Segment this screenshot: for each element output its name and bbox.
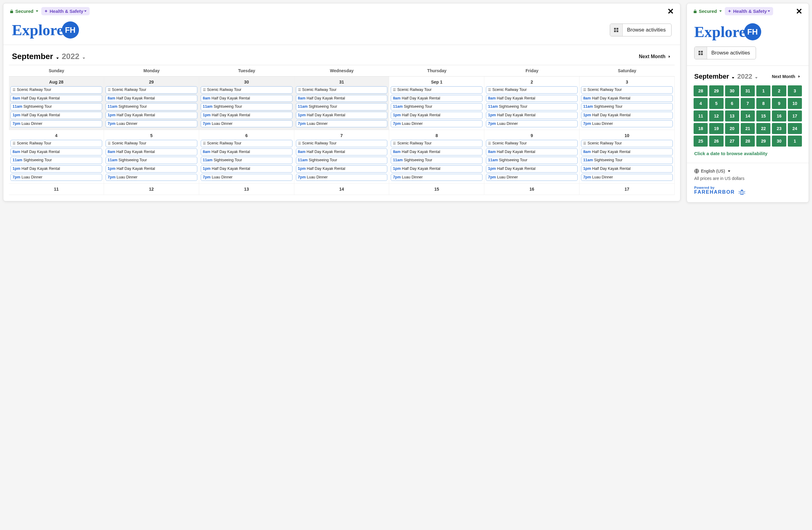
calendar-event[interactable]: 1pm Half Day Kayak Rental bbox=[486, 112, 578, 119]
calendar-event[interactable]: Scenic Railway Tour bbox=[486, 140, 578, 147]
calendar-event[interactable]: 1pm Half Day Kayak Rental bbox=[105, 112, 197, 119]
calendar-cell[interactable]: 2Scenic Railway Tour8am Half Day Kayak R… bbox=[484, 76, 579, 130]
calendar-event[interactable]: 1pm Half Day Kayak Rental bbox=[10, 165, 102, 173]
browse-activities-button[interactable]: Browse activities bbox=[610, 24, 671, 37]
calendar-event[interactable]: Scenic Railway Tour bbox=[391, 86, 482, 94]
mini-date-cell[interactable]: 16 bbox=[772, 111, 786, 121]
calendar-event[interactable]: Scenic Railway Tour bbox=[10, 140, 102, 147]
mini-date-cell[interactable]: 21 bbox=[741, 123, 755, 134]
calendar-cell[interactable]: 6Scenic Railway Tour8am Half Day Kayak R… bbox=[199, 130, 294, 184]
calendar-event[interactable]: 8am Half Day Kayak Rental bbox=[10, 95, 102, 102]
calendar-event[interactable]: 8am Half Day Kayak Rental bbox=[201, 148, 292, 156]
calendar-event[interactable]: 8am Half Day Kayak Rental bbox=[105, 95, 197, 102]
calendar-event[interactable]: 1pm Half Day Kayak Rental bbox=[10, 112, 102, 119]
mini-date-cell[interactable]: 30 bbox=[772, 135, 786, 146]
calendar-event[interactable]: Scenic Railway Tour bbox=[201, 86, 292, 94]
calendar-event[interactable]: 1pm Half Day Kayak Rental bbox=[581, 165, 673, 173]
calendar-event[interactable]: Scenic Railway Tour bbox=[10, 86, 102, 94]
calendar-event[interactable]: 8am Half Day Kayak Rental bbox=[391, 148, 482, 156]
calendar-event[interactable]: Scenic Railway Tour bbox=[581, 86, 673, 94]
calendar-event[interactable]: 11am Sightseeing Tour bbox=[391, 103, 482, 111]
mini-date-cell[interactable]: 6 bbox=[725, 98, 739, 109]
calendar-event[interactable]: 8am Half Day Kayak Rental bbox=[486, 95, 578, 102]
mini-date-cell[interactable]: 22 bbox=[756, 123, 770, 134]
calendar-event[interactable]: 8am Half Day Kayak Rental bbox=[486, 148, 578, 156]
next-month-button[interactable]: Next Month bbox=[772, 74, 801, 79]
health-safety-badge[interactable]: Health & Safety bbox=[725, 7, 773, 15]
calendar-event[interactable]: 1pm Half Day Kayak Rental bbox=[391, 165, 482, 173]
calendar-event[interactable]: 7pm Luau Dinner bbox=[391, 174, 482, 181]
mini-date-cell[interactable]: 28 bbox=[694, 85, 708, 96]
calendar-event[interactable]: 7pm Luau Dinner bbox=[486, 120, 578, 128]
mini-date-cell[interactable]: 23 bbox=[772, 123, 786, 134]
next-month-button[interactable]: Next Month bbox=[639, 54, 671, 59]
mini-date-cell[interactable]: 1 bbox=[788, 135, 802, 146]
mini-date-cell[interactable]: 7 bbox=[741, 98, 755, 109]
calendar-event[interactable]: 8am Half Day Kayak Rental bbox=[581, 95, 673, 102]
mini-date-cell[interactable]: 13 bbox=[725, 111, 739, 121]
calendar-cell[interactable]: 3Scenic Railway Tour8am Half Day Kayak R… bbox=[579, 76, 675, 130]
mini-date-cell[interactable]: 2 bbox=[772, 85, 786, 96]
calendar-event[interactable]: 7pm Luau Dinner bbox=[10, 120, 102, 128]
mini-date-cell[interactable]: 28 bbox=[741, 135, 755, 146]
mini-date-cell[interactable]: 8 bbox=[756, 98, 770, 109]
calendar-event[interactable]: 7pm Luau Dinner bbox=[201, 174, 292, 181]
calendar-event[interactable]: 11am Sightseeing Tour bbox=[581, 157, 673, 164]
calendar-event[interactable]: 7pm Luau Dinner bbox=[105, 120, 197, 128]
calendar-event[interactable]: 1pm Half Day Kayak Rental bbox=[391, 112, 482, 119]
mini-date-cell[interactable]: 12 bbox=[709, 111, 723, 121]
calendar-event[interactable]: Scenic Railway Tour bbox=[105, 140, 197, 147]
calendar-cell[interactable]: 30Scenic Railway Tour8am Half Day Kayak … bbox=[199, 76, 294, 130]
mini-date-cell[interactable]: 10 bbox=[788, 98, 802, 109]
mini-date-cell[interactable]: 9 bbox=[772, 98, 786, 109]
calendar-event[interactable]: 8am Half Day Kayak Rental bbox=[296, 148, 388, 156]
calendar-cell[interactable]: 29Scenic Railway Tour8am Half Day Kayak … bbox=[104, 76, 199, 130]
calendar-cell[interactable]: 13 bbox=[199, 184, 294, 195]
calendar-event[interactable]: 1pm Half Day Kayak Rental bbox=[581, 112, 673, 119]
calendar-cell[interactable]: 14 bbox=[294, 184, 390, 195]
calendar-event[interactable]: Scenic Railway Tour bbox=[296, 86, 388, 94]
language-select[interactable]: English (US) bbox=[694, 169, 801, 173]
mini-date-cell[interactable]: 1 bbox=[756, 85, 770, 96]
calendar-event[interactable]: 8am Half Day Kayak Rental bbox=[296, 95, 388, 102]
calendar-event[interactable]: 8am Half Day Kayak Rental bbox=[10, 148, 102, 156]
mini-date-cell[interactable]: 29 bbox=[756, 135, 770, 146]
calendar-event[interactable]: 7pm Luau Dinner bbox=[296, 174, 388, 181]
calendar-event[interactable]: Scenic Railway Tour bbox=[486, 86, 578, 94]
calendar-event[interactable]: 7pm Luau Dinner bbox=[581, 174, 673, 181]
secured-badge[interactable]: Secured bbox=[10, 9, 38, 14]
mini-date-cell[interactable]: 29 bbox=[709, 85, 723, 96]
mini-date-cell[interactable]: 24 bbox=[788, 123, 802, 134]
browse-activities-button[interactable]: Browse activities bbox=[694, 46, 756, 59]
calendar-event[interactable]: 11am Sightseeing Tour bbox=[105, 157, 197, 164]
calendar-cell[interactable]: Aug 28Scenic Railway Tour8am Half Day Ka… bbox=[9, 76, 104, 130]
calendar-event[interactable]: Scenic Railway Tour bbox=[391, 140, 482, 147]
calendar-event[interactable]: 7pm Luau Dinner bbox=[391, 120, 482, 128]
mini-date-cell[interactable]: 14 bbox=[741, 111, 755, 121]
mini-date-cell[interactable]: 4 bbox=[694, 98, 708, 109]
calendar-event[interactable]: 8am Half Day Kayak Rental bbox=[391, 95, 482, 102]
calendar-cell[interactable]: 12 bbox=[104, 184, 199, 195]
calendar-cell[interactable]: 31Scenic Railway Tour8am Half Day Kayak … bbox=[294, 76, 390, 130]
calendar-event[interactable]: 1pm Half Day Kayak Rental bbox=[296, 165, 388, 173]
calendar-event[interactable]: 11am Sightseeing Tour bbox=[486, 157, 578, 164]
calendar-event[interactable]: 11am Sightseeing Tour bbox=[105, 103, 197, 111]
calendar-event[interactable]: 7pm Luau Dinner bbox=[201, 120, 292, 128]
calendar-event[interactable]: 8am Half Day Kayak Rental bbox=[201, 95, 292, 102]
mini-date-cell[interactable]: 31 bbox=[741, 85, 755, 96]
secured-badge[interactable]: Secured bbox=[693, 9, 722, 14]
calendar-cell[interactable]: 9Scenic Railway Tour8am Half Day Kayak R… bbox=[484, 130, 579, 184]
calendar-cell[interactable]: 16 bbox=[484, 184, 579, 195]
calendar-event[interactable]: 7pm Luau Dinner bbox=[296, 120, 388, 128]
powered-by[interactable]: Powered by FAREHARBOR bbox=[694, 186, 801, 195]
calendar-event[interactable]: 1pm Half Day Kayak Rental bbox=[201, 112, 292, 119]
calendar-event[interactable]: Scenic Railway Tour bbox=[201, 140, 292, 147]
health-safety-badge[interactable]: Health & Safety bbox=[41, 7, 90, 15]
mini-date-cell[interactable]: 27 bbox=[725, 135, 739, 146]
calendar-event[interactable]: 11am Sightseeing Tour bbox=[296, 157, 388, 164]
mini-date-cell[interactable]: 30 bbox=[725, 85, 739, 96]
calendar-event[interactable]: 11am Sightseeing Tour bbox=[581, 103, 673, 111]
calendar-event[interactable]: 1pm Half Day Kayak Rental bbox=[105, 165, 197, 173]
month-select[interactable]: September bbox=[694, 73, 734, 81]
calendar-cell[interactable]: 4Scenic Railway Tour8am Half Day Kayak R… bbox=[9, 130, 104, 184]
